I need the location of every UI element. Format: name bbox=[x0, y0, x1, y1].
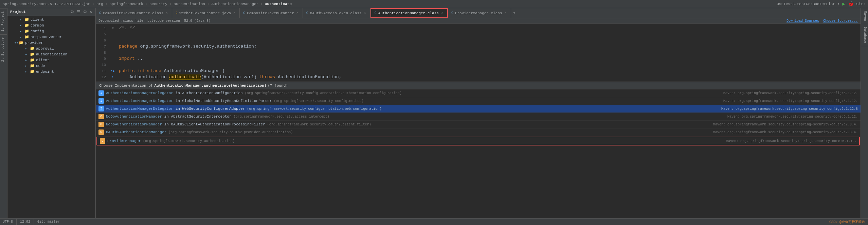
tab-compositetokengranter-class[interactable]: C CompositeTokenGranter.class × bbox=[96, 8, 172, 18]
bc-security[interactable]: security bbox=[149, 2, 167, 6]
impl-icon-1: I bbox=[98, 90, 104, 96]
impl-name-1: AuthenticationManagerDelegator in Authen… bbox=[106, 91, 243, 95]
run-btn[interactable]: ▶ bbox=[842, 1, 845, 7]
tree-arrow bbox=[20, 23, 24, 28]
sidebar-item-project[interactable]: 1: Project bbox=[0, 8, 7, 34]
impl-name-2: AuthenticationManagerDelegator in Global… bbox=[106, 99, 272, 103]
folder-icon: 📁 bbox=[24, 29, 29, 33]
tab-wechattoken-java[interactable]: J WechatTokenGranter.java × bbox=[172, 8, 240, 18]
tree-item-client[interactable]: 📁 client bbox=[7, 17, 95, 22]
tab-providermanager[interactable]: C ProviderManager.class × bbox=[448, 8, 511, 18]
close-tab4[interactable]: × bbox=[363, 11, 367, 15]
impl-maven-6: Maven: org.springframework.security.oaut… bbox=[713, 131, 858, 134]
impl-maven-1: Maven: org.springframework.security:spri… bbox=[723, 91, 858, 95]
bc-org[interactable]: org bbox=[96, 2, 103, 6]
code-line-7: 7 package org.springframework.security.a… bbox=[96, 44, 861, 50]
project-panel: Project ⚙ ☰ ⚙ × 📁 client � bbox=[7, 8, 96, 218]
sidebar-item-structure[interactable]: 2: Structure bbox=[0, 34, 7, 65]
tab-icon-j: J bbox=[176, 11, 178, 15]
tab-icon-c2: C bbox=[243, 11, 245, 15]
decompiled-info: Decompiled .class file, bytecode version… bbox=[98, 19, 211, 23]
tab-authmanager-class[interactable]: C AuthenticationManager.class × bbox=[370, 8, 448, 18]
impl-row-2[interactable]: I AuthenticationManagerDelegator in Glob… bbox=[96, 97, 861, 105]
run-config[interactable]: OssTest3.testGetBucketList ▾ bbox=[777, 2, 839, 6]
right-sidebar-labels: Maven Database bbox=[861, 8, 868, 218]
close-tab2[interactable]: × bbox=[233, 11, 236, 15]
debug-btn[interactable]: 🐞 bbox=[848, 1, 854, 7]
tree-item-provider[interactable]: ▾ 📂 provider bbox=[7, 40, 95, 46]
right-label-maven[interactable]: Maven bbox=[861, 8, 868, 24]
watermark: CSDN @金鱼哥极不吃欢 bbox=[829, 220, 865, 224]
folder-icon: 📁 bbox=[30, 64, 35, 68]
tree-item-common[interactable]: 📁 common bbox=[7, 22, 95, 28]
impl-row-3[interactable]: I AuthenticationManagerDelegator in WebS… bbox=[96, 105, 861, 113]
tree-arrow: ▾ bbox=[14, 41, 19, 45]
code-line-10: 10 bbox=[96, 62, 861, 68]
code-editor[interactable]: 1 ⊕ /*..*/ 5 6 7 bbox=[96, 24, 861, 82]
impl-row-6[interactable]: C OAuth2AuthenticationManager (org.sprin… bbox=[96, 128, 861, 136]
tree-item-httpconverter[interactable]: 📁 http.converter bbox=[7, 34, 95, 40]
impl-icon-2: I bbox=[98, 98, 104, 104]
close-tab3[interactable]: × bbox=[296, 11, 299, 15]
editor-area: C CompositeTokenGranter.class × J Wechat… bbox=[96, 8, 861, 218]
code-line-1: 1 ⊕ /*..*/ bbox=[96, 25, 861, 31]
right-label-database[interactable]: Database bbox=[861, 24, 868, 46]
choose-sources-link[interactable]: Choose Sources... bbox=[823, 19, 858, 23]
left-sidebar-labels: 1: Project 2: Structure bbox=[0, 8, 7, 218]
tab-oauth2accesstoken[interactable]: C OAuth2AccessToken.class × bbox=[303, 8, 370, 18]
impl-title-bold: AuthenticationManager.authenticate(Authe… bbox=[154, 84, 266, 88]
download-sources-link[interactable]: Download Sources bbox=[786, 19, 819, 23]
tab-bar: C CompositeTokenGranter.class × J Wechat… bbox=[96, 8, 861, 18]
folder-icon: 📁 bbox=[24, 17, 29, 22]
folder-icon: 📁 bbox=[24, 35, 29, 39]
close-tab6[interactable]: × bbox=[504, 11, 507, 15]
editor-info-bar: Decompiled .class file, bytecode version… bbox=[96, 18, 861, 24]
impl-row-4[interactable]: C NoOpAuthenticationManager in AbstractS… bbox=[96, 113, 861, 121]
impl-chooser-header: Choose Implementation of AuthenticationM… bbox=[96, 82, 861, 89]
impl-row-7[interactable]: C ProviderManager (org.springframework.s… bbox=[96, 137, 860, 145]
impl-icon-7: C bbox=[100, 138, 105, 144]
impl-row-5[interactable]: C NoopAuthenticationManager in OAuth2Cli… bbox=[96, 121, 861, 128]
code-line-8: 8 bbox=[96, 50, 861, 56]
impl-icon-3: I bbox=[98, 106, 104, 111]
tree-arrow bbox=[20, 35, 24, 39]
status-git: Git: master bbox=[37, 220, 60, 224]
bc-springframework[interactable]: springframework bbox=[109, 2, 143, 6]
top-actions: OssTest3.testGetBucketList ▾ ▶ 🐞 Git: bbox=[777, 1, 865, 7]
tree-arrow bbox=[25, 58, 30, 62]
sep1: › bbox=[92, 2, 94, 6]
impl-row-1[interactable]: I AuthenticationManagerDelegator in Auth… bbox=[96, 89, 861, 97]
tab-overflow-btn[interactable]: ▾ bbox=[511, 8, 518, 18]
tree-item-approval[interactable]: 📁 approval bbox=[7, 46, 95, 51]
tree-item-code[interactable]: 📁 code bbox=[7, 63, 95, 69]
panel-layout-btn[interactable]: ☰ bbox=[76, 10, 81, 14]
impl-icon-6: C bbox=[98, 129, 104, 135]
impl-pkg-4: (org.springframework.security.access.int… bbox=[234, 115, 329, 119]
tab-icon-c5: C bbox=[451, 11, 453, 15]
code-line-12: 12 ⚡ Authentication authenticate(Authent… bbox=[96, 74, 861, 80]
impl-maven-2: Maven: org.springframework.security:spri… bbox=[723, 99, 858, 103]
impl-pkg-1: (org.springframework.security.config.ann… bbox=[245, 91, 402, 95]
close-tab1[interactable]: × bbox=[165, 11, 168, 15]
tree-item-client2[interactable]: 📁 client bbox=[7, 57, 95, 63]
impl-maven-5: Maven: org.springframework.security.oaut… bbox=[713, 123, 858, 126]
panel-close-btn[interactable]: × bbox=[89, 10, 93, 14]
tree-item-authentication[interactable]: 📁 authentication bbox=[7, 51, 95, 57]
bc-authentication[interactable]: authentication bbox=[174, 2, 205, 6]
impl-name-7: ProviderManager bbox=[107, 139, 141, 143]
close-tab5[interactable]: × bbox=[440, 11, 444, 15]
panel-gear-btn[interactable]: ⚙ bbox=[83, 10, 88, 14]
impl-icon-4: C bbox=[98, 114, 104, 119]
impl-pkg-5: (org.springframework.security.oauth2.cli… bbox=[267, 123, 371, 126]
tree-arrow bbox=[25, 70, 30, 74]
impl-name-3: AuthenticationManagerDelegator in WebSec… bbox=[106, 107, 245, 111]
tree-item-endpoint[interactable]: 📁 endpoint bbox=[7, 69, 95, 74]
tree-arrow bbox=[20, 18, 24, 22]
panel-settings-btn[interactable]: ⚙ bbox=[70, 10, 75, 14]
code-line-6: 6 bbox=[96, 37, 861, 44]
bc-authmanager[interactable]: AuthenticationManager bbox=[212, 2, 259, 6]
impl-table: I AuthenticationManagerDelegator in Auth… bbox=[96, 89, 861, 180]
tab-compositetokengranter[interactable]: C CompositeTokenGranter × bbox=[240, 8, 303, 18]
folder-icon: 📁 bbox=[30, 69, 35, 74]
tree-item-config[interactable]: 📁 config bbox=[7, 28, 95, 34]
